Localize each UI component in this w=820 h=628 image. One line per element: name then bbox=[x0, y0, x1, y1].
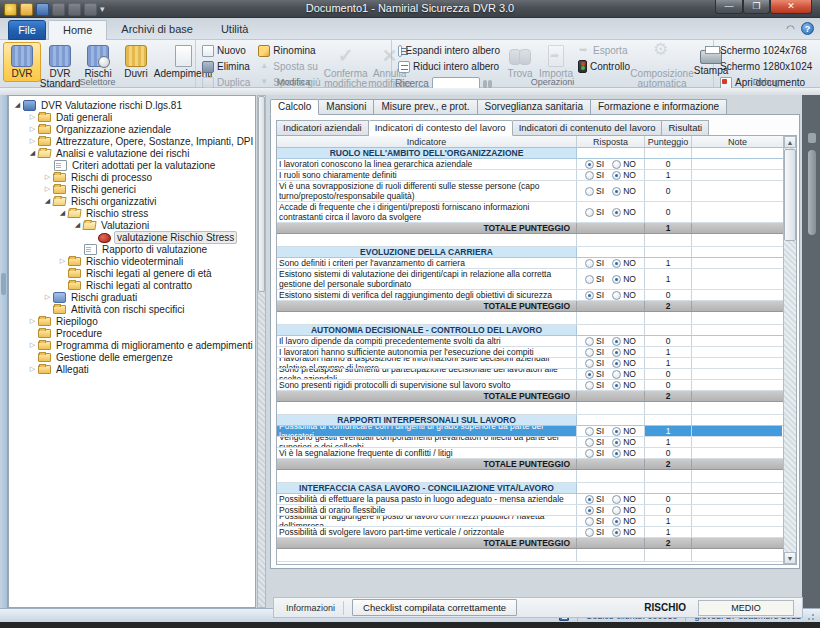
tab-home[interactable]: Home bbox=[48, 20, 107, 40]
subtab-indicatori-di-contenuto-del-lavoro[interactable]: Indicatori di contenuto del lavoro bbox=[513, 120, 663, 136]
radio-si-icon[interactable] bbox=[585, 259, 594, 268]
tree-collapse-icon[interactable]: ◢ bbox=[27, 149, 38, 157]
note-cell[interactable] bbox=[692, 170, 782, 180]
table-scrollbar[interactable]: ▲ ▼ bbox=[783, 136, 796, 564]
note-cell[interactable] bbox=[692, 301, 782, 311]
tree-item[interactable]: ▷Rischi graduati bbox=[9, 291, 255, 303]
note-cell[interactable] bbox=[692, 181, 782, 201]
radio-si-icon[interactable] bbox=[585, 517, 594, 526]
note-cell[interactable] bbox=[692, 290, 782, 300]
radio-no-option[interactable]: NO bbox=[612, 505, 636, 515]
radio-si-icon[interactable] bbox=[585, 171, 594, 180]
indicator-row[interactable]: Il lavoro dipende da compiti precedentem… bbox=[277, 336, 783, 347]
radio-no-option[interactable]: NO bbox=[612, 207, 636, 217]
radio-no-icon[interactable] bbox=[612, 348, 621, 357]
radio-si-option[interactable]: SI bbox=[585, 426, 604, 436]
tree-item[interactable]: ▷Riepilogo bbox=[9, 315, 255, 327]
radio-si-option[interactable]: SI bbox=[585, 505, 604, 515]
tree-collapse-icon[interactable]: ◢ bbox=[72, 221, 83, 229]
radio-si-icon[interactable] bbox=[585, 348, 594, 357]
radio-si-icon[interactable] bbox=[585, 449, 594, 458]
radio-no-option[interactable]: NO bbox=[612, 527, 636, 537]
nuovo-button[interactable]: Nuovo bbox=[199, 43, 253, 58]
radio-no-option[interactable]: NO bbox=[612, 159, 636, 169]
indicator-row[interactable]: I lavoratori conoscono la linea gerarchi… bbox=[277, 159, 783, 170]
left-splitter[interactable] bbox=[0, 95, 8, 608]
radio-si-option[interactable]: SI bbox=[585, 170, 604, 180]
tree-expand-icon[interactable]: ▷ bbox=[42, 293, 53, 301]
radio-si-icon[interactable] bbox=[585, 370, 594, 379]
tree-item[interactable]: Attività con rischi specifici bbox=[9, 303, 255, 315]
tree-scrollbar[interactable] bbox=[257, 95, 266, 608]
tree-collapse-icon[interactable]: ◢ bbox=[12, 101, 23, 109]
note-cell[interactable] bbox=[692, 358, 782, 368]
radio-no-icon[interactable] bbox=[612, 438, 621, 447]
tree-collapse-icon[interactable]: ◢ bbox=[42, 197, 53, 205]
note-cell[interactable] bbox=[692, 437, 782, 447]
indicator-row[interactable]: Accade di frequente che i dirigenti/prep… bbox=[277, 202, 783, 223]
radio-si-icon[interactable] bbox=[585, 208, 594, 217]
radio-no-option[interactable]: NO bbox=[612, 170, 636, 180]
note-cell[interactable] bbox=[692, 538, 782, 548]
right-scrollbar-thumb[interactable] bbox=[808, 150, 816, 235]
radio-no-icon[interactable] bbox=[612, 208, 621, 217]
radio-no-option[interactable]: NO bbox=[612, 336, 636, 346]
radio-si-icon[interactable] bbox=[585, 275, 594, 284]
note-cell[interactable] bbox=[692, 483, 782, 493]
indicator-row[interactable]: I ruoli sono chiaramente definitiSINO1 bbox=[277, 170, 783, 181]
indicator-row[interactable]: Vengono gestiti eventuali comportamenti … bbox=[277, 437, 783, 448]
note-cell[interactable] bbox=[692, 336, 782, 346]
schermo-1024-button[interactable]: Schermo 1024x768 bbox=[717, 43, 815, 58]
tab-utilita[interactable]: Utilità bbox=[207, 20, 263, 40]
radio-si-option[interactable]: SI bbox=[585, 448, 604, 458]
indicator-row[interactable]: I lavoratori hanno sufficiente autonomia… bbox=[277, 347, 783, 358]
radio-no-icon[interactable] bbox=[612, 337, 621, 346]
radio-si-icon[interactable] bbox=[585, 291, 594, 300]
radio-no-icon[interactable] bbox=[612, 187, 621, 196]
radio-no-icon[interactable] bbox=[612, 275, 621, 284]
radio-si-icon[interactable] bbox=[585, 506, 594, 515]
note-cell[interactable] bbox=[692, 415, 782, 425]
tree-item[interactable]: ▷Rischi generici bbox=[9, 183, 255, 195]
resize-grip[interactable] bbox=[807, 611, 817, 621]
tree-item[interactable]: Rischi legati al genere di età bbox=[9, 267, 255, 279]
radio-no-option[interactable]: NO bbox=[612, 437, 636, 447]
tree-item[interactable]: Gestione delle emergenze bbox=[9, 351, 255, 363]
tree-item[interactable]: Procedure bbox=[9, 327, 255, 339]
rischi-button[interactable]: Rischi bbox=[79, 42, 117, 82]
scroll-up-icon[interactable]: ▲ bbox=[784, 136, 796, 148]
tree-item[interactable]: ◢DVR Valutazione rischi D.lgs.81 bbox=[9, 99, 255, 111]
radio-no-option[interactable]: NO bbox=[612, 258, 636, 268]
scroll-down-icon[interactable]: ▼ bbox=[784, 552, 796, 564]
dvr-button[interactable]: DVR bbox=[3, 42, 41, 82]
left-splitter-thumb[interactable] bbox=[1, 273, 6, 295]
collapse-ribbon-icon[interactable]: ◠ bbox=[786, 23, 795, 34]
subtab-indicatori-di-contesto-del-lavoro[interactable]: Indicatori di contesto del lavoro bbox=[369, 120, 513, 136]
radio-si-option[interactable]: SI bbox=[585, 159, 604, 169]
tree-item[interactable]: ▷Dati generali bbox=[9, 111, 255, 123]
indicator-row[interactable]: Sono presenti rigidi protocolli di super… bbox=[277, 380, 783, 391]
indicator-row[interactable]: Vi è una sovrapposizione di ruoli differ… bbox=[277, 181, 783, 202]
indicator-row[interactable]: Possibilità di effettuare la pausa pasto… bbox=[277, 494, 783, 505]
tab-formazione-e-informazione[interactable]: Formazione e informazione bbox=[591, 99, 727, 115]
riduci-albero-button[interactable]: Riduci intero albero bbox=[395, 59, 503, 74]
note-cell[interactable] bbox=[692, 426, 782, 436]
right-scrollbar-top[interactable] bbox=[808, 133, 816, 143]
duvri-button[interactable]: Duvri bbox=[117, 42, 155, 82]
espandi-albero-button[interactable]: Espandi intero albero bbox=[395, 43, 503, 58]
note-cell[interactable] bbox=[692, 527, 782, 537]
radio-no-option[interactable]: NO bbox=[612, 347, 636, 357]
note-cell[interactable] bbox=[692, 312, 782, 324]
note-cell[interactable] bbox=[692, 247, 782, 257]
note-cell[interactable] bbox=[692, 234, 782, 246]
radio-no-icon[interactable] bbox=[612, 370, 621, 379]
note-cell[interactable] bbox=[692, 223, 782, 233]
minimize-button[interactable]: — bbox=[715, 0, 743, 14]
tree-item[interactable]: Criteri adottati per la valutazione bbox=[9, 159, 255, 171]
radio-si-icon[interactable] bbox=[585, 160, 594, 169]
tree-item[interactable]: ▷Rischi di processo bbox=[9, 171, 255, 183]
radio-no-icon[interactable] bbox=[612, 528, 621, 537]
radio-no-icon[interactable] bbox=[612, 517, 621, 526]
radio-si-option[interactable]: SI bbox=[585, 494, 604, 504]
radio-si-option[interactable]: SI bbox=[585, 516, 604, 526]
